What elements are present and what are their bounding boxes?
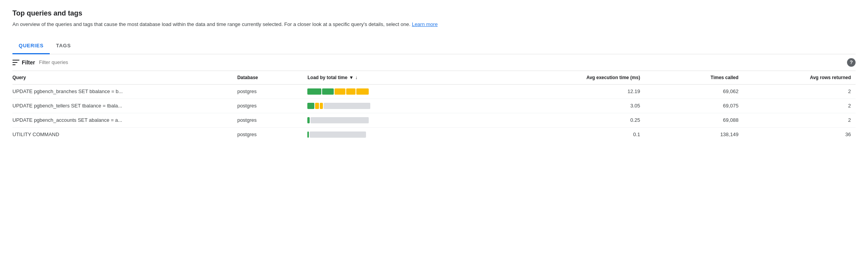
cell-times-called: 138,149 xyxy=(645,127,743,142)
cell-avg-rows: 2 xyxy=(743,84,856,99)
cell-query: UPDATE pgbench_accounts SET abalance = a… xyxy=(12,113,237,127)
orange-bar-segment xyxy=(315,103,319,109)
col-header-database: Database xyxy=(237,71,308,85)
cell-database: postgres xyxy=(237,113,308,127)
learn-more-link[interactable]: Learn more xyxy=(412,21,437,27)
green-bar-segment xyxy=(307,88,321,95)
section-header: Top queries and tags An overview of the … xyxy=(12,9,856,29)
filter-bar: Filter ? xyxy=(12,54,856,71)
cell-times-called: 69,075 xyxy=(645,99,743,113)
col-header-query: Query xyxy=(12,71,237,85)
cell-times-called: 69,088 xyxy=(645,113,743,127)
cell-load-bar xyxy=(307,84,504,99)
tab-bar: QUERIES TAGS xyxy=(12,38,856,54)
cell-avg-rows: 2 xyxy=(743,113,856,127)
table-row[interactable]: UTILITY COMMANDpostgres0.1138,14936 xyxy=(12,127,856,142)
orange-bar-segment xyxy=(335,88,345,95)
svg-rect-0 xyxy=(12,60,19,61)
col-header-avg-exec: Avg execution time (ms) xyxy=(504,71,645,85)
cell-avg-rows: 36 xyxy=(743,127,856,142)
help-icon[interactable]: ? xyxy=(847,58,856,67)
cell-load-bar xyxy=(307,113,504,127)
cell-load-bar xyxy=(307,127,504,142)
svg-rect-2 xyxy=(12,64,16,65)
section-description: An overview of the queries and tags that… xyxy=(12,21,440,29)
cell-database: postgres xyxy=(237,84,308,99)
cell-query: UPDATE pgbench_tellers SET tbalance = tb… xyxy=(12,99,237,113)
filter-icon xyxy=(12,60,19,65)
sort-down-icon-2: ↓ xyxy=(355,75,357,80)
cell-avg-exec: 3.05 xyxy=(504,99,645,113)
green-bar-segment xyxy=(322,88,334,95)
orange-bar-segment xyxy=(356,88,369,95)
col-header-load[interactable]: Load by total time ▼ ↓ xyxy=(307,71,504,85)
green-bar-segment xyxy=(307,103,314,109)
table-row[interactable]: UPDATE pgbench_branches SET bbalance = b… xyxy=(12,84,856,99)
gray-bar-segment xyxy=(310,117,369,123)
cell-avg-exec: 12.19 xyxy=(504,84,645,99)
cell-database: postgres xyxy=(237,127,308,142)
cell-query: UPDATE pgbench_branches SET bbalance = b… xyxy=(12,84,237,99)
svg-rect-1 xyxy=(12,62,17,63)
orange-bar-segment xyxy=(320,103,323,109)
gray-bar-segment xyxy=(324,103,370,109)
filter-input[interactable] xyxy=(39,59,847,65)
cell-load-bar xyxy=(307,99,504,113)
cell-avg-rows: 2 xyxy=(743,99,856,113)
sort-down-icon: ▼ xyxy=(349,75,354,80)
filter-label: Filter xyxy=(22,59,35,66)
page-title: Top queries and tags xyxy=(12,9,856,17)
orange-bar-segment xyxy=(346,88,356,95)
cell-times-called: 69,062 xyxy=(645,84,743,99)
cell-avg-exec: 0.1 xyxy=(504,127,645,142)
green-bar-segment xyxy=(307,117,310,123)
gray-bar-segment xyxy=(310,131,366,138)
table-row[interactable]: UPDATE pgbench_accounts SET abalance = a… xyxy=(12,113,856,127)
table-row[interactable]: UPDATE pgbench_tellers SET tbalance = tb… xyxy=(12,99,856,113)
green-bar-segment xyxy=(307,131,309,138)
cell-query: UTILITY COMMAND xyxy=(12,127,237,142)
queries-table: Query Database Load by total time ▼ ↓ Av… xyxy=(12,71,856,142)
col-header-avg-rows: Avg rows returned xyxy=(743,71,856,85)
col-header-times-called: Times called xyxy=(645,71,743,85)
tab-queries[interactable]: QUERIES xyxy=(12,38,50,54)
cell-avg-exec: 0.25 xyxy=(504,113,645,127)
table-header-row: Query Database Load by total time ▼ ↓ Av… xyxy=(12,71,856,85)
cell-database: postgres xyxy=(237,99,308,113)
tab-tags[interactable]: TAGS xyxy=(50,38,77,54)
